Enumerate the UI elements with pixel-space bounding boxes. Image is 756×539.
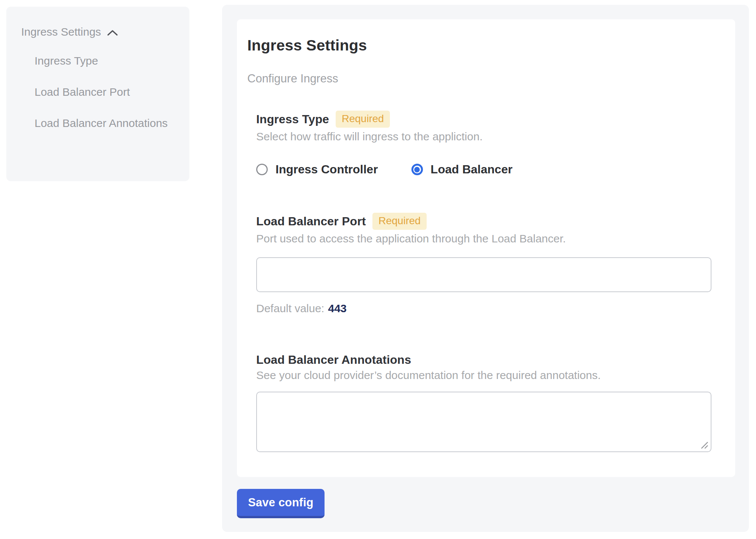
- sidebar-item-load-balancer-annotations[interactable]: Load Balancer Annotations: [35, 111, 169, 135]
- main-panel: Ingress Settings Configure Ingress Ingre…: [222, 5, 749, 532]
- sidebar-item-load-balancer-port[interactable]: Load Balancer Port: [35, 80, 169, 104]
- section-heading-load-balancer-annotations: Load Balancer Annotations: [256, 353, 411, 367]
- section-load-balancer-annotations: Load Balancer Annotations See your cloud…: [256, 352, 712, 452]
- page-title: Ingress Settings: [247, 37, 712, 53]
- section-heading-row: Load Balancer Port Required: [256, 212, 712, 231]
- section-heading-load-balancer-port: Load Balancer Port: [256, 215, 366, 228]
- section-heading-row: Ingress Type Required: [256, 110, 712, 128]
- sidebar-group-ingress-settings[interactable]: Ingress Settings: [21, 24, 169, 39]
- radio-button-unchecked[interactable]: [256, 164, 268, 175]
- sidebar-item-list: Ingress Type Load Balancer Port Load Bal…: [35, 49, 169, 135]
- radio-option-load-balancer[interactable]: Load Balancer: [411, 163, 513, 176]
- required-badge: Required: [336, 111, 390, 128]
- default-value-line: Default value:443: [256, 302, 712, 315]
- section-heading-ingress-type: Ingress Type: [256, 112, 329, 126]
- page-subtitle: Configure Ingress: [247, 72, 712, 85]
- annotations-textarea-wrap: [256, 392, 711, 452]
- load-balancer-annotations-textarea[interactable]: [256, 392, 711, 452]
- default-value-label: Default value:: [256, 302, 324, 314]
- section-description: Port used to access the application thro…: [256, 232, 712, 245]
- required-badge: Required: [372, 213, 427, 230]
- section-heading-row: Load Balancer Annotations: [256, 352, 712, 367]
- chevron-up-icon: [107, 30, 118, 36]
- section-ingress-type: Ingress Type Required Select how traffic…: [256, 110, 712, 176]
- load-balancer-port-input[interactable]: [256, 257, 711, 292]
- sidebar-item-ingress-type[interactable]: Ingress Type: [35, 49, 169, 72]
- section-load-balancer-port: Load Balancer Port Required Port used to…: [256, 212, 712, 315]
- settings-sections: Ingress Type Required Select how traffic…: [256, 110, 712, 452]
- sidebar-group-label: Ingress Settings: [21, 24, 101, 39]
- radio-button-checked[interactable]: [411, 164, 423, 175]
- section-description: See your cloud provider’s documentation …: [256, 369, 712, 382]
- section-description: Select how traffic will ingress to the a…: [256, 130, 712, 143]
- radio-label[interactable]: Load Balancer: [431, 163, 513, 176]
- default-value-number: 443: [328, 302, 346, 314]
- ingress-type-radio-group: Ingress Controller Load Balancer: [256, 163, 712, 176]
- save-config-button[interactable]: Save config: [237, 489, 325, 518]
- config-nav-sidebar: Ingress Settings Ingress Type Load Balan…: [6, 7, 189, 181]
- radio-label[interactable]: Ingress Controller: [276, 163, 378, 176]
- radio-option-ingress-controller[interactable]: Ingress Controller: [256, 163, 378, 176]
- settings-card: Ingress Settings Configure Ingress Ingre…: [237, 19, 735, 477]
